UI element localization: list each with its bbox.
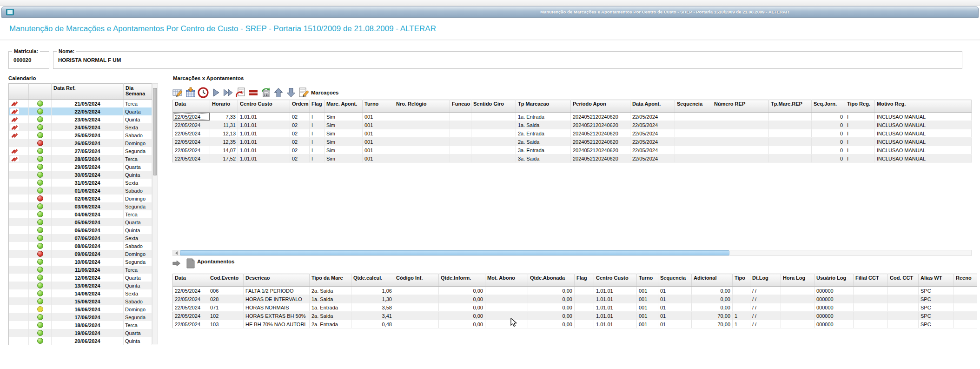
cell[interactable]: 22/05/2024 (173, 312, 208, 320)
calendar-day-cell[interactable]: Sabado (124, 242, 152, 250)
cell[interactable]: 0,00 (439, 287, 485, 295)
calendar-row[interactable]: 15/06/2024Sabado (9, 297, 152, 305)
cell[interactable]: 1,06 (351, 287, 394, 295)
calendar-day-cell[interactable]: Sabado (124, 187, 152, 195)
cell[interactable]: SPC (919, 295, 954, 303)
calendar-day-cell[interactable]: Quinta (124, 282, 152, 289)
cell[interactable]: 001 (363, 129, 394, 138)
calendar-date-cell[interactable]: 05/06/2024 (52, 218, 124, 226)
revert-document-icon[interactable] (235, 87, 246, 98)
cell[interactable] (675, 138, 712, 146)
cell[interactable]: INCLUSAO MANUAL (875, 146, 972, 154)
cell[interactable]: Sim (324, 113, 363, 121)
cell[interactable]: 02 (290, 138, 310, 146)
cell[interactable]: 0 (812, 113, 845, 121)
calendar-day-cell[interactable]: Terca (124, 100, 152, 108)
calendar-date-cell[interactable]: 30/05/2024 (52, 171, 124, 179)
scroll-left-button[interactable] (173, 250, 179, 255)
calendar-date-cell[interactable]: 02/06/2024 (52, 195, 124, 202)
cell[interactable]: I (845, 113, 875, 121)
cell[interactable]: I (310, 146, 324, 154)
cell[interactable] (954, 295, 977, 303)
cell[interactable] (769, 121, 812, 129)
calendar-row[interactable]: 08/06/2024Sabado (9, 242, 152, 250)
cell[interactable] (781, 295, 814, 303)
calendar-day-cell[interactable]: Quinta (124, 115, 152, 123)
cell[interactable] (854, 303, 888, 312)
cell[interactable]: 17,52 (210, 154, 238, 163)
cell[interactable] (485, 287, 528, 295)
cell[interactable]: 000000 (814, 312, 854, 320)
cell[interactable] (888, 312, 919, 320)
calendar-row[interactable]: 11/06/2024Terca (9, 266, 152, 274)
calendar-row[interactable]: 17/06/2024Segunda (9, 313, 152, 321)
calendar-row[interactable]: 16/06/2024Domingo (9, 305, 152, 313)
cell[interactable]: 000000 (814, 320, 854, 329)
calendar-date-cell[interactable]: 19/06/2024 (52, 329, 124, 337)
cell[interactable]: 2a. Saida (310, 287, 351, 295)
cell[interactable] (471, 113, 516, 121)
cell[interactable] (854, 295, 888, 303)
cell[interactable]: 0,00 (528, 320, 575, 329)
cell[interactable]: 22/05/2024 (630, 129, 675, 138)
calendar-date-cell[interactable]: 04/06/2024 (52, 210, 124, 218)
cell[interactable] (450, 113, 471, 121)
cell[interactable]: 1.01.01 (594, 320, 637, 329)
fast-forward-icon[interactable] (223, 87, 234, 98)
calendar-row[interactable]: 18/06/2024Terca (9, 321, 152, 329)
cell[interactable]: / / (750, 312, 781, 320)
calendar-date-cell[interactable]: 17/06/2024 (52, 313, 124, 321)
calendar-date-cell[interactable]: 27/05/2024 (52, 147, 124, 155)
calendar-row[interactable]: 31/05/2024Sexta (9, 179, 152, 187)
calendar-row[interactable]: 24/05/2024Sexta (9, 123, 152, 131)
cell[interactable]: 1.01.01 (238, 121, 290, 129)
cell[interactable]: 01 (658, 295, 692, 303)
cell[interactable]: 001 (363, 146, 394, 154)
calendar-date-cell[interactable]: 08/06/2024 (52, 242, 124, 250)
cell[interactable]: 22/05/2024 (173, 138, 210, 146)
cell[interactable]: 0,00 (692, 287, 733, 295)
cell[interactable] (854, 287, 888, 295)
cell[interactable]: 0,00 (692, 295, 733, 303)
cell[interactable]: 70,00 (692, 320, 733, 329)
cell[interactable]: 000000 (814, 287, 854, 295)
calendar-date-cell[interactable]: 03/06/2024 (52, 202, 124, 210)
cell[interactable]: 000000 (814, 295, 854, 303)
cell[interactable] (394, 146, 450, 154)
cell[interactable] (675, 121, 712, 129)
cell[interactable] (575, 320, 594, 329)
cell[interactable]: 22/05/2024 (173, 320, 208, 329)
cell[interactable]: 1.01.01 (238, 129, 290, 138)
cell[interactable]: 2a. Entrada (516, 129, 571, 138)
calendar-date-cell[interactable]: 25/05/2024 (52, 131, 124, 139)
cell[interactable] (575, 303, 594, 312)
calendar-date-cell[interactable]: 29/05/2024 (52, 163, 124, 171)
calendar-day-cell[interactable]: Terca (124, 210, 152, 218)
cell[interactable] (394, 295, 439, 303)
cell[interactable]: 2024052120240620 (571, 121, 630, 129)
cell[interactable]: 22/05/2024 (173, 287, 208, 295)
cell[interactable] (450, 138, 471, 146)
cell[interactable]: Sim (324, 154, 363, 163)
cell[interactable] (394, 113, 450, 121)
calendar-day-cell[interactable]: Quinta (124, 171, 152, 179)
calendar-day-cell[interactable]: Quarta (124, 107, 152, 115)
cell[interactable]: 01 (658, 320, 692, 329)
cell[interactable] (733, 303, 750, 312)
cell[interactable]: 1.01.01 (594, 295, 637, 303)
calendar-row[interactable]: 14/06/2024Sexta (9, 289, 152, 297)
recalculate-icon[interactable] (260, 87, 271, 98)
cell[interactable]: SPC (919, 303, 954, 312)
cell[interactable]: I (310, 154, 324, 163)
grid-row[interactable]: 22/05/20247,331.01.0102ISim0011a. Entrad… (173, 113, 972, 121)
cell[interactable]: 14,07 (210, 146, 238, 154)
cell[interactable] (675, 154, 712, 163)
cell[interactable]: HORAS DE INTERVALO (244, 295, 310, 303)
calendar-scrollbar-thumb[interactable] (153, 88, 157, 175)
calendar-date-cell[interactable]: 07/06/2024 (52, 234, 124, 242)
calendar-date-cell[interactable]: 23/05/2024 (52, 115, 124, 123)
cell[interactable]: 22/05/2024 (630, 138, 675, 146)
cell[interactable]: 0,00 (528, 295, 575, 303)
cell[interactable]: 0 (812, 138, 845, 146)
cell[interactable]: SPC (919, 320, 954, 329)
